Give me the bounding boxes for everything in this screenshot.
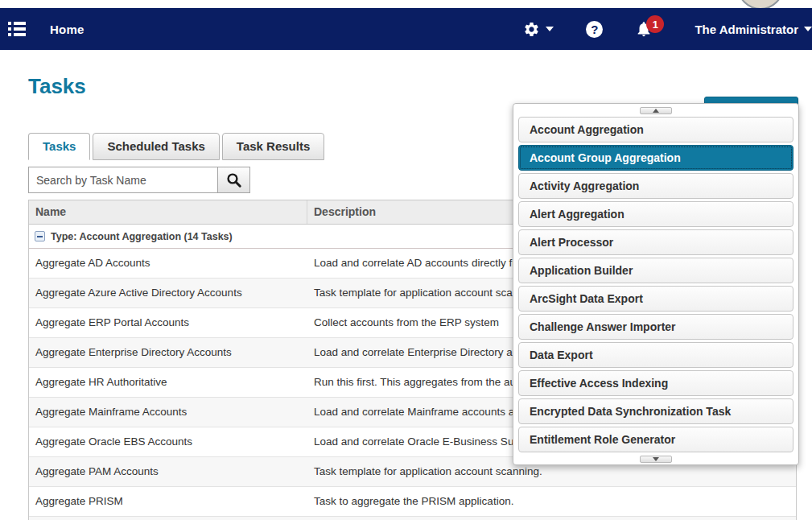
dropdown-items: Account AggregationAccount Group Aggrega… xyxy=(518,117,793,452)
help-icon[interactable]: ? xyxy=(586,21,603,38)
nav-home-link[interactable]: Home xyxy=(50,23,84,36)
task-name-cell: Aggregate ERP Portal Accounts xyxy=(29,308,307,337)
notification-badge: 1 xyxy=(646,15,664,33)
tab-task-results[interactable]: Task Results xyxy=(222,133,324,160)
scroll-down-icon xyxy=(653,457,659,461)
chevron-down-icon xyxy=(804,27,812,31)
dropdown-item[interactable]: Encrypted Data Synchronization Task xyxy=(518,398,793,424)
task-row[interactable]: Aggregate PRISM Task to aggregate the PR… xyxy=(29,487,796,517)
collapse-minus-icon[interactable] xyxy=(35,231,45,241)
task-description-cell: Task to aggregate the PRISM application. xyxy=(307,487,796,516)
dropdown-item[interactable]: ArcSight Data Export xyxy=(518,286,793,312)
dropdown-scroll-up[interactable] xyxy=(518,106,793,114)
dropdown-item[interactable]: Data Export xyxy=(518,342,793,368)
group-label: Type: Account Aggregation (14 Tasks) xyxy=(51,231,233,242)
task-name-cell: Aggregate Azure Active Directory Account… xyxy=(29,279,307,307)
settings-menu[interactable] xyxy=(523,21,554,38)
dropdown-item[interactable]: Challenge Answer Importer xyxy=(518,314,793,340)
tab-tasks[interactable]: Tasks xyxy=(28,133,90,160)
tab-scheduled-tasks[interactable]: Scheduled Tasks xyxy=(93,133,219,160)
dropdown-scroll-down[interactable] xyxy=(518,455,793,463)
dropdown-item[interactable]: Entitlement Role Generator xyxy=(518,427,793,452)
menu-list-icon[interactable] xyxy=(8,22,29,36)
user-name: The Administrator xyxy=(695,23,798,36)
column-header-name[interactable]: Name xyxy=(29,200,307,224)
dropdown-item[interactable]: Account Group Aggregation xyxy=(518,145,793,171)
scroll-up-icon xyxy=(653,109,659,113)
task-name-cell: Aggregate Oracle EBS Accounts xyxy=(29,427,307,456)
task-name-cell: Aggregate HR Authoritative xyxy=(29,368,307,397)
new-task-dropdown: Account AggregationAccount Group Aggrega… xyxy=(513,103,799,465)
task-name-cell: Aggregate AD Accounts xyxy=(29,249,307,278)
search-input[interactable] xyxy=(28,167,218,193)
task-name-cell: Aggregate Enterprise Directory Accounts xyxy=(29,338,307,367)
chevron-down-icon xyxy=(546,27,554,31)
top-strip xyxy=(0,0,812,8)
notifications-button[interactable]: 1 xyxy=(635,20,653,38)
navbar: Home ? 1 The Administrator xyxy=(0,8,812,50)
search-icon xyxy=(226,172,242,188)
dropdown-item[interactable]: Effective Access Indexing xyxy=(518,370,793,396)
page-title: Tasks xyxy=(28,74,812,99)
task-name-cell: Aggregate PRISM xyxy=(29,487,307,516)
dropdown-item[interactable]: Alert Aggregation xyxy=(518,201,793,227)
gear-icon xyxy=(523,21,540,38)
task-row-partial xyxy=(29,517,796,520)
task-name-cell: Aggregate Mainframe Accounts xyxy=(29,398,307,427)
dropdown-item[interactable]: Account Aggregation xyxy=(518,117,793,142)
dropdown-item[interactable]: Application Builder xyxy=(518,258,793,283)
task-name-cell: Aggregate PAM Accounts xyxy=(29,457,307,486)
dropdown-item[interactable]: Activity Aggregation xyxy=(518,173,793,199)
dropdown-item[interactable]: Alert Processor xyxy=(518,229,793,255)
user-menu[interactable]: The Administrator xyxy=(695,23,812,36)
search-button[interactable] xyxy=(217,167,250,193)
